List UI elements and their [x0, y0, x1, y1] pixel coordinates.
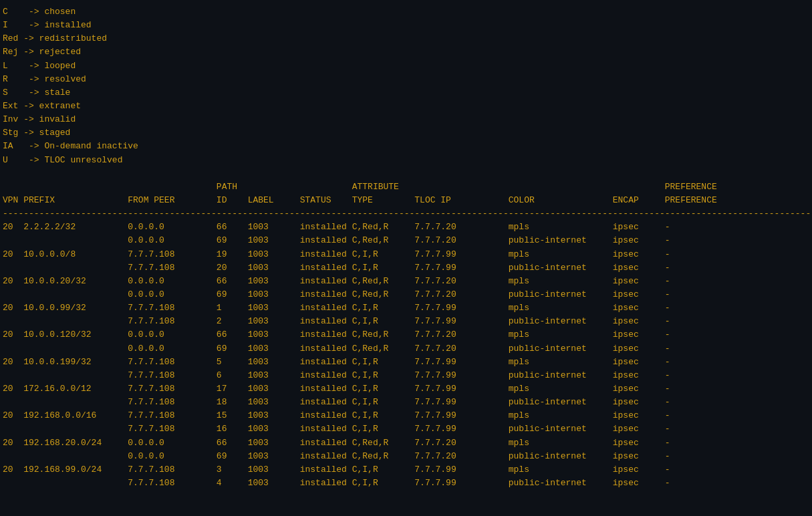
legend-item: C -> chosen — [3, 5, 809, 19]
table-divider: ----------------------------------------… — [3, 207, 809, 221]
legend-item: Inv -> invalid — [3, 113, 809, 126]
legend-item: I -> installed — [3, 19, 809, 32]
legend-item: Rej -> rejected — [3, 45, 809, 59]
table-row: 7.7.7.108 16 1003 installed C,I,R 7.7.7.… — [3, 422, 809, 436]
table-row: 20 10.0.0.199/32 7.7.7.108 5 1003 instal… — [3, 356, 809, 369]
legend-item: R -> resolved — [3, 73, 809, 86]
table-row: 20 192.168.99.0/24 7.7.7.108 3 1003 inst… — [3, 463, 809, 477]
legend-item: S -> stale — [3, 86, 809, 100]
table-row: 0.0.0.0 69 1003 installed C,Red,R 7.7.7.… — [3, 342, 809, 356]
table-row: 20 192.168.20.0/24 0.0.0.0 66 1003 insta… — [3, 436, 809, 450]
table-row: 7.7.7.108 18 1003 installed C,I,R 7.7.7.… — [3, 396, 809, 409]
blank-line — [3, 167, 809, 180]
legend-item: Red -> redistributed — [3, 32, 809, 45]
table-row: 0.0.0.0 69 1003 installed C,Red,R 7.7.7.… — [3, 450, 809, 463]
legend-item: Stg -> staged — [3, 126, 809, 140]
table-row: 0.0.0.0 69 1003 installed C,Red,R 7.7.7.… — [3, 234, 809, 247]
legend-item: IA -> On-demand inactive — [3, 140, 809, 153]
table-header-row1: PATH ATTRIBUTE PREFERENCE — [3, 180, 809, 194]
table-row: 7.7.7.108 2 1003 installed C,I,R 7.7.7.9… — [3, 315, 809, 328]
table-row: 7.7.7.108 4 1003 installed C,I,R 7.7.7.9… — [3, 477, 809, 490]
table-row: 20 2.2.2.2/32 0.0.0.0 66 1003 installed … — [3, 221, 809, 234]
table-row: 20 10.0.0.20/32 0.0.0.0 66 1003 installe… — [3, 275, 809, 288]
table-container: PATH ATTRIBUTE PREFERENCEVPN PREFIX FROM… — [3, 180, 809, 490]
table-row: 20 172.16.0.0/12 7.7.7.108 17 1003 insta… — [3, 382, 809, 396]
table-row: 20 10.0.0.0/8 7.7.7.108 19 1003 installe… — [3, 248, 809, 261]
table-header-row2: VPN PREFIX FROM PEER ID LABEL STATUS TYP… — [3, 194, 809, 207]
legend-item: Ext -> extranet — [3, 100, 809, 113]
table-row: 7.7.7.108 20 1003 installed C,I,R 7.7.7.… — [3, 261, 809, 275]
legend-item: U -> TLOC unresolved — [3, 154, 809, 167]
legend-item: L -> looped — [3, 59, 809, 73]
table-row: 20 10.0.0.120/32 0.0.0.0 66 1003 install… — [3, 328, 809, 342]
table-row: 7.7.7.108 6 1003 installed C,I,R 7.7.7.9… — [3, 369, 809, 382]
table-row: 20 192.168.0.0/16 7.7.7.108 15 1003 inst… — [3, 409, 809, 422]
table-row: 20 10.0.0.99/32 7.7.7.108 1 1003 install… — [3, 301, 809, 315]
legend-container: C -> chosenI -> installedRed -> redistri… — [3, 5, 809, 167]
terminal: C -> chosenI -> installedRed -> redistri… — [0, 0, 812, 516]
table-row: 0.0.0.0 69 1003 installed C,Red,R 7.7.7.… — [3, 288, 809, 301]
